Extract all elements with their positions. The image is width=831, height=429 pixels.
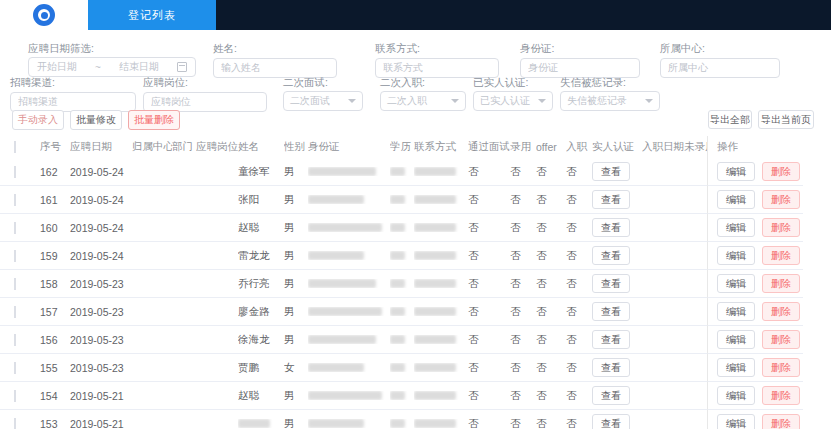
edit-button[interactable]: 编辑 [717,414,755,429]
cell-phone-redacted [414,279,468,288]
edit-button[interactable]: 编辑 [717,218,755,237]
date-separator: ~ [95,62,101,73]
edit-button[interactable]: 编辑 [717,274,755,293]
delete-button[interactable]: 删除 [762,358,800,377]
export-current-page-button[interactable]: 导出当前页 [758,110,814,129]
cell-education-redacted [390,391,414,400]
filter-position: 应聘岗位: [143,76,267,112]
edit-button[interactable]: 编辑 [717,302,755,321]
row-checkbox[interactable] [14,194,16,206]
delete-button[interactable]: 删除 [762,302,800,321]
column-header-16: 未录用 [684,140,707,154]
row-checkbox[interactable] [14,334,16,346]
column-header-14: 实人认证 [592,140,642,154]
edit-button[interactable]: 编辑 [717,162,755,181]
cell-hired: 否 [510,165,536,179]
cell-pass-interview: 否 [468,193,510,207]
view-verification-button[interactable]: 查看 [592,386,630,405]
id-card-input[interactable] [520,58,640,78]
edit-button[interactable]: 编辑 [717,330,755,349]
view-verification-button[interactable]: 查看 [592,414,630,429]
table-header-row: 序号应聘日期归属中心部门应聘岗位姓名性别身份证学历联系方式通过面试录用offer… [0,136,831,158]
delete-button[interactable]: 删除 [762,218,800,237]
column-header-operations: 操作 [717,140,738,154]
cell-onboard: 否 [566,277,592,291]
cell-name: 赵聪 [238,389,284,403]
row-checkbox[interactable] [14,278,16,290]
edit-button[interactable]: 编辑 [717,386,755,405]
cell-offer: 否 [536,249,566,263]
row-checkbox[interactable] [14,362,16,374]
center-input[interactable] [660,58,780,78]
cell-seq: 154 [40,390,70,402]
table-body: 162 2019-05-24 童徐军 男 否 否 否 否 查看 编辑 删除 16… [0,158,831,429]
view-verification-button[interactable]: 查看 [592,302,630,321]
cell-offer: 否 [536,221,566,235]
cell-name: 廖金路 [238,305,284,319]
delete-button[interactable]: 删除 [762,386,800,405]
cell-seq: 160 [40,222,70,234]
top-navigation-bar: 登记列表 [0,0,831,30]
edit-button[interactable]: 编辑 [717,246,755,265]
delete-button[interactable]: 删除 [762,162,800,181]
cell-phone-redacted [414,363,468,372]
date-range-input[interactable]: 开始日期 ~ 结束日期 [28,57,196,77]
cell-offer: 否 [536,417,566,429]
column-header-6: 性别 [284,140,308,154]
view-verification-button[interactable]: 查看 [592,274,630,293]
filter-label: 招聘渠道: [10,76,136,88]
column-header-7: 身份证 [308,140,390,154]
delete-button[interactable]: 删除 [762,274,800,293]
cell-phone-redacted [414,167,468,176]
manual-entry-button[interactable]: 手动录入 [12,110,64,130]
contact-input[interactable] [375,58,499,78]
delete-button[interactable]: 删除 [762,330,800,349]
chevron-down-icon [538,99,546,103]
chevron-down-icon [451,99,459,103]
row-checkbox[interactable] [14,250,16,262]
cell-gender: 女 [284,361,308,375]
cell-education-redacted [390,307,414,316]
batch-edit-button[interactable]: 批量修改 [70,110,122,130]
view-verification-button[interactable]: 查看 [592,190,630,209]
column-header-8: 学历 [390,140,414,154]
view-verification-button[interactable]: 查看 [592,218,630,237]
name-input[interactable] [213,58,337,78]
cell-pass-interview: 否 [468,165,510,179]
row-checkbox[interactable] [14,306,16,318]
cell-apply-date: 2019-05-23 [70,278,132,290]
edit-button[interactable]: 编辑 [717,358,755,377]
view-verification-button[interactable]: 查看 [592,162,630,181]
cell-apply-date: 2019-05-24 [70,166,132,178]
filter-label: 失信被惩记录: [560,76,660,88]
cell-gender: 男 [284,333,308,347]
edit-button[interactable]: 编辑 [717,190,755,209]
row-checkbox[interactable] [14,222,16,234]
view-verification-button[interactable]: 查看 [592,358,630,377]
view-verification-button[interactable]: 查看 [592,246,630,265]
delete-button[interactable]: 删除 [762,190,800,209]
select-placeholder: 已实人认证 [480,94,530,108]
cell-apply-date: 2019-05-21 [70,390,132,402]
delete-button[interactable]: 删除 [762,414,800,429]
delete-button[interactable]: 删除 [762,246,800,265]
date-end-placeholder: 结束日期 [119,60,159,74]
cell-gender: 男 [284,277,308,291]
cell-seq: 157 [40,306,70,318]
export-all-button[interactable]: 导出全部 [708,110,752,129]
tab-registration-list[interactable]: 登记列表 [88,0,216,30]
chevron-down-icon [645,99,653,103]
cell-onboard: 否 [566,193,592,207]
row-checkbox[interactable] [14,390,16,402]
cell-education-redacted [390,251,414,260]
cell-name: 赵聪 [238,221,284,235]
select-all-checkbox[interactable] [14,141,16,153]
row-checkbox[interactable] [14,166,16,178]
batch-delete-button[interactable]: 批量删除 [128,110,180,130]
column-header-11: 录用 [510,140,536,154]
view-verification-button[interactable]: 查看 [592,330,630,349]
filter-label: 姓名: [213,42,337,54]
cell-education-redacted [390,419,414,428]
row-checkbox[interactable] [14,418,16,429]
filter-channel: 招聘渠道: [10,76,136,112]
